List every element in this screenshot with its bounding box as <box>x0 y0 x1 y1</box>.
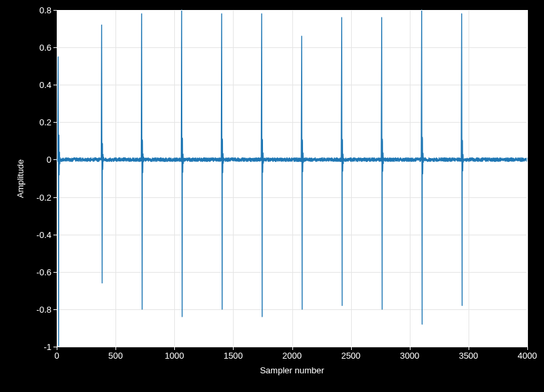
x-tick <box>351 347 352 350</box>
y-tick-label: -0.8 <box>37 304 51 314</box>
y-tick-label: 0 <box>47 155 51 165</box>
x-tick <box>57 347 57 350</box>
x-tick <box>292 347 293 350</box>
y-tick-label: 0.2 <box>39 117 51 127</box>
x-tick-label: 1000 <box>165 351 184 361</box>
x-tick <box>115 347 116 350</box>
x-tick-label: 4000 <box>518 351 537 361</box>
y-tick <box>53 347 57 347</box>
x-tick <box>527 347 528 350</box>
x-tick-label: 3000 <box>400 351 419 361</box>
x-axis-title: Sampler number <box>260 365 324 375</box>
x-tick <box>233 347 234 350</box>
x-tick-label: 2500 <box>341 351 360 361</box>
axis-line <box>57 346 527 347</box>
axis-line <box>57 10 527 11</box>
figure: 05001000150020002500300035004000-1-0.8-0… <box>0 0 544 392</box>
y-axis-title: Amplitude <box>15 159 25 198</box>
axis-line <box>527 10 527 347</box>
y-tick-label: -0.2 <box>37 192 51 202</box>
x-tick <box>469 347 469 350</box>
axis-line <box>57 10 57 347</box>
y-tick-label: -1 <box>43 342 51 352</box>
series-line <box>57 10 527 347</box>
x-tick <box>174 347 175 350</box>
y-tick-label: -0.6 <box>37 267 51 277</box>
x-tick-label: 2000 <box>282 351 302 361</box>
y-tick-label: 0.8 <box>39 5 51 15</box>
y-tick-label: 0.4 <box>39 80 51 90</box>
x-tick-label: 0 <box>54 351 59 361</box>
y-tick-label: 0.6 <box>39 43 51 53</box>
x-tick-label: 500 <box>108 351 123 361</box>
x-tick <box>410 347 411 350</box>
y-tick-label: -0.4 <box>37 229 51 239</box>
x-tick-label: 1500 <box>224 351 243 361</box>
x-tick-label: 3500 <box>459 351 478 361</box>
gridline-vertical <box>527 10 528 347</box>
data-series <box>57 10 527 347</box>
